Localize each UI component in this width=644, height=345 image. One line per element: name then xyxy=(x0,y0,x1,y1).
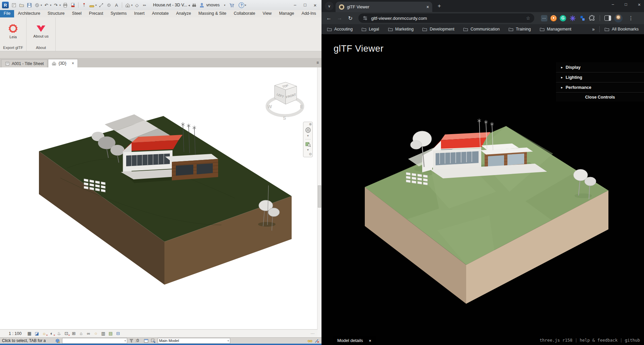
signed-in-user[interactable]: vnoves xyxy=(206,3,220,7)
tab-manage[interactable]: Manage xyxy=(275,10,298,17)
extensions-puzzle-icon[interactable] xyxy=(589,15,595,21)
workset-select[interactable]: ▾ xyxy=(62,338,127,344)
burst-extension-icon[interactable] xyxy=(569,15,576,21)
vertical-scrollbar[interactable] xyxy=(317,67,321,337)
tab-add-ins[interactable]: Add-Ins xyxy=(298,10,320,17)
open-icon[interactable] xyxy=(18,2,25,8)
redo-icon[interactable]: ↷ xyxy=(52,2,59,8)
show-crop-region-icon[interactable]: ⊞ xyxy=(71,331,77,336)
undo-icon[interactable]: ↶ xyxy=(43,2,50,8)
zoom-region-icon[interactable] xyxy=(305,141,311,147)
measure-tools-icon[interactable] xyxy=(88,2,95,8)
tab-insert[interactable]: Insert xyxy=(130,10,148,17)
tab-view[interactable]: View xyxy=(259,10,276,17)
url-text[interactable]: gltf-viewer.donmccurdy.com xyxy=(371,16,523,21)
bookmark-legal[interactable]: Legal xyxy=(361,27,379,32)
measure-dropdown-icon[interactable]: ▾ xyxy=(95,4,97,7)
grammarly-extension-icon[interactable]: G xyxy=(560,15,566,21)
gui-folder-lighting[interactable]: ▸ Lighting xyxy=(556,72,644,82)
design-option-select[interactable]: Main Model ▾ xyxy=(158,338,230,344)
search-icon[interactable] xyxy=(191,2,198,8)
view-list-icon[interactable]: ≡ xyxy=(316,60,319,65)
pin-icon[interactable] xyxy=(81,2,87,8)
model-details-tab[interactable]: Model details × xyxy=(333,336,376,345)
editable-only-icon[interactable] xyxy=(307,338,312,343)
filter-icon[interactable] xyxy=(129,339,134,343)
workset-icon[interactable] xyxy=(55,338,60,343)
blue-extension-icon[interactable] xyxy=(579,15,586,21)
forward-icon[interactable]: → xyxy=(335,13,344,23)
redo-dropdown-icon[interactable]: ▾ xyxy=(59,4,61,7)
side-panel-icon[interactable] xyxy=(604,15,611,21)
browser-tab-gltf-viewer[interactable]: glTF Viewer × xyxy=(336,2,432,12)
help-dropdown-icon[interactable]: ▾ xyxy=(245,4,246,7)
displace-elements-icon[interactable]: ▤ xyxy=(108,331,113,336)
transfer-icon[interactable] xyxy=(151,338,156,343)
view-scale[interactable]: 1 : 100 xyxy=(9,331,21,336)
viewbar-overflow-icon[interactable]: ⋯ xyxy=(310,331,315,336)
tab-collaborate[interactable]: Collaborate xyxy=(230,10,259,17)
app-menu-icon[interactable] xyxy=(10,2,17,8)
sync-icon[interactable] xyxy=(34,2,40,8)
close-doc-tab-icon[interactable]: × xyxy=(72,61,74,66)
compass-west-label[interactable]: W xyxy=(267,104,272,109)
tab-annotate[interactable]: Annotate xyxy=(148,10,172,17)
bookmark-accouting[interactable]: Accouting xyxy=(327,27,353,32)
compass-east-label[interactable]: E xyxy=(300,104,303,109)
bookmark-development[interactable]: Development xyxy=(422,27,454,32)
maximize-button[interactable]: □ xyxy=(303,2,307,8)
shadows-icon[interactable]: ◐× xyxy=(49,331,54,336)
close-button[interactable]: × xyxy=(313,2,317,8)
profile-avatar[interactable] xyxy=(614,14,623,22)
bookmark-star-icon[interactable]: ☆ xyxy=(526,15,530,21)
worksharing-display-icon[interactable]: ▥ xyxy=(100,331,106,336)
bookmark-training[interactable]: Training xyxy=(508,27,531,32)
sun-path-icon[interactable]: ☼× xyxy=(41,331,47,336)
render-icon[interactable]: ♨ xyxy=(56,331,62,336)
doc-tab-title-sheet[interactable]: A001 - Title Sheet xyxy=(1,59,47,67)
tab-precast[interactable]: Precast xyxy=(85,10,107,17)
export-pdf-icon[interactable] xyxy=(69,2,76,8)
steering-wheel-icon[interactable] xyxy=(305,127,311,133)
orange-extension-icon[interactable] xyxy=(550,15,557,21)
about-group-label[interactable]: About xyxy=(27,45,55,51)
user-avatar-icon[interactable] xyxy=(199,2,205,8)
new-tab-button[interactable]: + xyxy=(435,2,444,10)
minimize-button[interactable]: – xyxy=(612,2,614,7)
sync-dropdown-icon[interactable]: ▾ xyxy=(41,4,42,7)
temporary-hide-icon[interactable]: ○ xyxy=(93,331,99,336)
gui-folder-performance[interactable]: ▸ Performance xyxy=(556,82,644,93)
all-bookmarks[interactable]: All Bookmarks xyxy=(604,27,639,32)
detail-level-icon[interactable]: ▦ xyxy=(27,331,32,336)
reveal-constraints-icon[interactable]: ⊟ xyxy=(115,331,121,336)
bookmark-marketing[interactable]: Marketing xyxy=(388,27,414,32)
tab-steel[interactable]: Steel xyxy=(68,10,86,17)
tab-architecture[interactable]: Architecture xyxy=(14,10,44,17)
app-store-cart-icon[interactable] xyxy=(228,2,235,8)
scrollbar-handle[interactable] xyxy=(318,185,321,208)
print-icon[interactable] xyxy=(62,2,68,8)
title-prev-icon[interactable]: ◂ xyxy=(188,3,190,7)
wheel-dropdown-icon[interactable]: ▾ xyxy=(307,134,309,137)
minimize-button[interactable]: – xyxy=(293,2,297,8)
revit-canvas[interactable]: W S E TOP LEFT FRONT ⊗ ▾ ▾ ⊖ 1 : 100 xyxy=(0,67,321,337)
tab-analyze[interactable]: Analyze xyxy=(172,10,195,17)
about-us-button[interactable]: About us xyxy=(30,23,52,40)
leia-export-button[interactable]: Leia xyxy=(5,22,21,40)
compass-south-label[interactable]: S xyxy=(283,115,286,121)
bookmarks-overflow-icon[interactable]: » xyxy=(592,26,595,32)
section-icon[interactable]: ◇ xyxy=(134,2,140,8)
design-options-icon[interactable] xyxy=(144,338,149,343)
help-feedback-link[interactable]: help & feedback xyxy=(580,338,617,343)
reveal-hidden-icon[interactable]: ∞ xyxy=(86,331,91,336)
default-3d-view-icon[interactable] xyxy=(124,2,131,8)
zoom-dropdown-icon[interactable]: ▾ xyxy=(307,148,309,152)
github-link[interactable]: github xyxy=(625,338,640,343)
browser-menu-icon[interactable]: ⋮ xyxy=(628,14,634,22)
address-bar[interactable]: gltf-viewer.donmccurdy.com ☆ xyxy=(358,13,534,23)
maximize-button[interactable]: □ xyxy=(625,2,627,7)
tab-search-icon[interactable]: ∨ xyxy=(325,2,334,10)
crop-view-icon[interactable]: ⊡× xyxy=(63,331,69,336)
site-settings-icon[interactable] xyxy=(362,15,368,21)
reload-icon[interactable]: ↻ xyxy=(346,13,355,23)
